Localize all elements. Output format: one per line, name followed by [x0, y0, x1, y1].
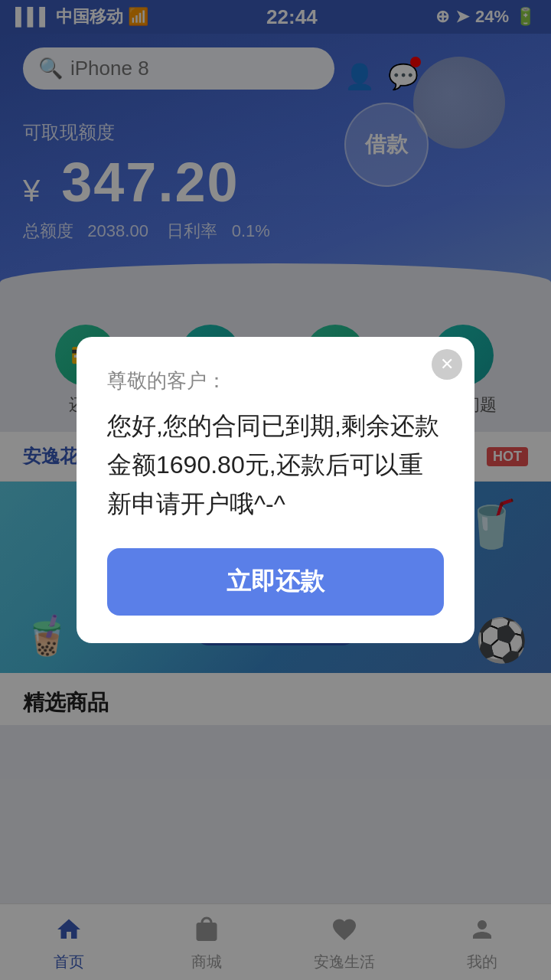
modal-box: ✕ 尊敬的客户： 您好,您的合同已到期,剩余还款金额1690.80元,还款后可以… — [77, 337, 474, 644]
modal-close-button[interactable]: ✕ — [432, 349, 462, 380]
modal-greeting: 尊敬的客户： — [107, 368, 444, 394]
modal-overlay: ✕ 尊敬的客户： 您好,您的合同已到期,剩余还款金额1690.80元,还款后可以… — [0, 0, 551, 980]
modal-body: 您好,您的合同已到期,剩余还款金额1690.80元,还款后可以重新申请开户哦^-… — [107, 407, 444, 524]
modal-confirm-button[interactable]: 立即还款 — [107, 548, 444, 616]
